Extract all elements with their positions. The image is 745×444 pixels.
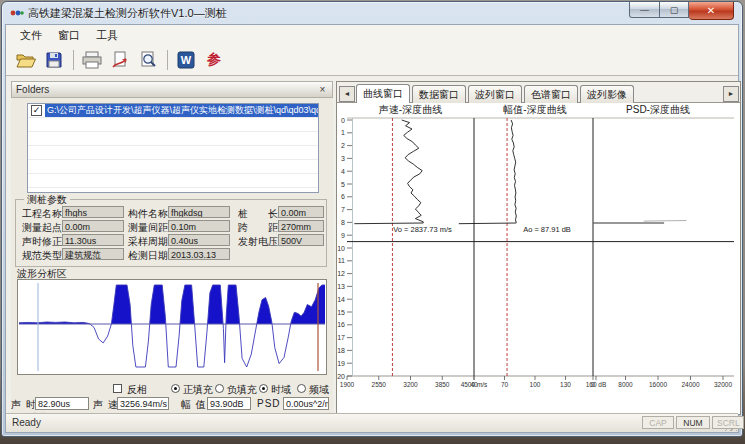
print-preview-button[interactable]	[136, 49, 160, 71]
param-label: 工程名称	[22, 207, 62, 221]
param-label: 声时修正	[22, 235, 62, 249]
param-label: 规范类型	[22, 249, 62, 263]
tab-3[interactable]: 色谱窗口	[524, 85, 578, 103]
pile-params-title: 测桩参数	[24, 193, 70, 207]
file-list[interactable]: ✓G:\公司产品设计开发\超声仪器\超声仪实地检测数据\测桩\qd\qd03\q…	[27, 103, 319, 193]
domain-radio-1[interactable]	[297, 384, 306, 393]
x-tick-label: 16000	[649, 381, 667, 388]
open-folder-icon	[16, 51, 36, 69]
folders-panel: Folders × ✓G:\公司产品设计开发\超声仪器\超声仪实地检测数据\测桩…	[11, 81, 333, 415]
param-label: 跨 距	[238, 221, 278, 235]
param-label: 测量间距	[128, 221, 168, 235]
param-value: 0.40us	[168, 234, 230, 246]
word-report-button[interactable]: W	[174, 49, 198, 71]
param-value: 500V	[278, 234, 324, 246]
tab-scroll-right-icon[interactable]: ►	[723, 86, 739, 102]
folders-close-icon[interactable]: ×	[316, 83, 329, 96]
selected-file-path[interactable]: G:\公司产品设计开发\超声仪器\超声仪实地检测数据\测桩\qd\qd03\qd…	[45, 104, 318, 117]
x-tick-label: 24000	[681, 381, 699, 388]
menu-bar: 文件窗口工具	[6, 25, 738, 45]
word-report-icon: W	[177, 51, 195, 69]
depth-tick-label: 16	[337, 321, 345, 328]
export-report-button[interactable]	[108, 49, 132, 71]
wave-controls: 反相正填充负填充时域频域	[11, 383, 333, 396]
depth-tick-label: 3	[341, 155, 345, 162]
close-button[interactable]: ✕	[689, 2, 734, 20]
param-value: 0.00m	[278, 206, 324, 218]
depth-tick-label: 10	[337, 245, 345, 252]
tab-strip: ◄曲线窗口数据窗口波列窗口色谱窗口波列影像►	[337, 82, 740, 103]
param-label: 测量起点	[22, 221, 62, 235]
minimize-button[interactable]: —	[629, 2, 660, 18]
invert-checkbox[interactable]	[113, 384, 122, 393]
folders-panel-caption[interactable]: Folders ×	[11, 81, 333, 98]
list-item[interactable]: ✓G:\公司产品设计开发\超声仪器\超声仪实地检测数据\测桩\qd\qd03\q…	[28, 104, 318, 118]
readout-value-1[interactable]: 3256.94m/s	[117, 397, 169, 410]
save-button[interactable]	[42, 49, 66, 71]
param-value: 270mm	[278, 220, 324, 232]
maximize-button[interactable]: ▢	[660, 2, 689, 18]
param-label: 构件名称	[128, 207, 168, 221]
depth-tick-label: 15	[337, 309, 345, 316]
status-bar: Ready CAPNUMSCRL	[6, 413, 738, 432]
menu-item-2[interactable]: 工具	[88, 26, 126, 45]
depth-tick-label: 7	[341, 206, 345, 213]
readout-value-3[interactable]: 0.00us^2/m	[283, 397, 329, 410]
fill-mode-radio-0[interactable]	[171, 384, 180, 393]
readout-label-3: PSD	[257, 398, 281, 409]
window-controls: — ▢ ✕	[629, 2, 734, 20]
readout-label-1: 声 速	[93, 398, 119, 412]
tab-0[interactable]: 曲线窗口	[356, 84, 410, 103]
param-label: 发射电压	[238, 235, 278, 249]
tab-2[interactable]: 波列窗口	[468, 85, 522, 103]
x-tick-label: 70	[501, 381, 509, 388]
data-curve-1	[459, 120, 517, 224]
print-button[interactable]	[80, 49, 104, 71]
annotation-1: Ao = 87.91 dB	[523, 225, 571, 234]
readout-label-2: 幅 值	[181, 398, 207, 412]
open-folder-button[interactable]	[14, 49, 38, 71]
title-bar[interactable]: 高铁建梁混凝土检测分析软件V1.0—测桩 — ▢ ✕	[2, 2, 742, 24]
x-tick-label: 130	[560, 381, 571, 388]
data-curve-2	[644, 221, 687, 222]
waveform-canvas[interactable]	[17, 279, 327, 375]
toolbar-separator	[167, 50, 168, 70]
tab-1[interactable]: 数据窗口	[412, 85, 466, 103]
readout-value-0[interactable]: 82.90us	[35, 397, 89, 410]
app-icon	[10, 7, 24, 19]
pile-params-group: 测桩参数 工程名称fhghs测量起点0.00m声时修正11.30us规范类型建筑…	[15, 199, 327, 267]
menu-item-0[interactable]: 文件	[12, 26, 50, 45]
readout-value-2[interactable]: 93.90dB	[207, 397, 251, 410]
depth-tick-label: 2	[341, 142, 345, 149]
waveform-positive-fill	[19, 285, 325, 367]
param-value: fhgkdsg	[168, 206, 230, 218]
chart-panel: ◄曲线窗口数据窗口波列窗口色谱窗口波列影像► 01234567891011121…	[336, 81, 741, 415]
chart-title-1: 幅值-深度曲线	[503, 104, 566, 115]
tab-scroll-left-icon[interactable]: ◄	[339, 86, 355, 102]
param-value: 11.30us	[62, 234, 124, 246]
fill-mode-radio-1[interactable]	[215, 384, 224, 393]
x-tick-label: 32000	[714, 381, 732, 388]
checkbox-checked-icon[interactable]: ✓	[31, 105, 42, 116]
tab-4[interactable]: 波列影像	[580, 85, 634, 103]
print-icon	[82, 51, 102, 69]
param-value: 0.00m	[62, 220, 124, 232]
domain-radio-0[interactable]	[259, 384, 268, 393]
parameters-button[interactable]: 参	[202, 49, 226, 71]
export-report-icon	[111, 51, 129, 69]
toolbar: W参	[6, 45, 738, 76]
fill-mode-label-0: 正填充	[183, 383, 213, 397]
wave-readouts: 声 时82.90us声 速3256.94m/s幅 值93.90dBPSD0.00…	[11, 397, 333, 410]
menu-item-1[interactable]: 窗口	[50, 26, 88, 45]
x-tick-label: 40	[470, 381, 478, 388]
waveform-line	[19, 285, 325, 367]
depth-curves-chart[interactable]: 01234567891011121314151617181920声速-深度曲线1…	[337, 104, 740, 394]
chart-title-2: PSD-深度曲线	[626, 104, 690, 115]
svg-text:W: W	[181, 54, 192, 66]
save-icon	[45, 51, 63, 69]
x-tick-label: 2550	[372, 381, 387, 388]
depth-tick-label: 4	[341, 168, 345, 175]
x-tick-label: 1900	[340, 381, 355, 388]
param-label: 桩 长	[238, 207, 278, 221]
fill-mode-label-1: 负填充	[227, 383, 257, 397]
